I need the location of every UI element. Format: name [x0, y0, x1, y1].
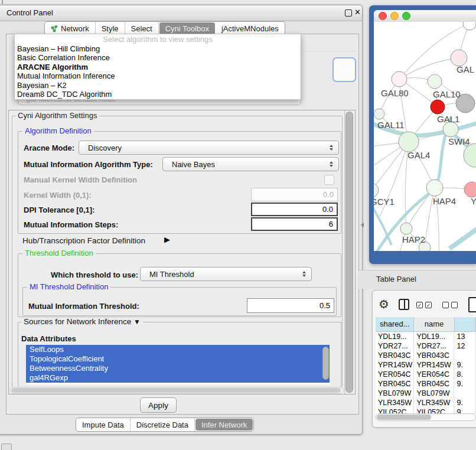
columns-icon[interactable] — [399, 299, 409, 310]
network-node-hap2[interactable] — [400, 223, 412, 234]
node-label: GAL — [457, 64, 474, 74]
algorithm-option[interactable]: ARACNE Algorithm — [15, 63, 301, 71]
network-edge[interactable] — [399, 58, 459, 79]
table-cell[interactable]: YBR045C — [376, 379, 414, 389]
hub-section-label[interactable]: Hub/Transcription Factor Definition — [22, 236, 145, 245]
tab-infer-network[interactable]: Infer Network — [195, 419, 253, 431]
zoom-window-button[interactable] — [402, 12, 410, 20]
network-edge[interactable] — [449, 227, 476, 249]
float-panel-icon[interactable] — [345, 9, 352, 17]
aracne-mode-combo[interactable]: Discovery — [79, 141, 339, 155]
table-cell[interactable] — [454, 389, 476, 398]
attributes-list-scrollbar-thumb[interactable] — [322, 347, 329, 380]
column-header-name[interactable]: name — [414, 317, 454, 332]
hidden-combo-focus-fragment[interactable] — [332, 57, 356, 82]
table-row: YIL052CYIL052C9. — [376, 407, 476, 413]
table-cell[interactable]: YLR345W — [376, 398, 414, 407]
close-panel-icon[interactable]: ✕ — [354, 8, 361, 17]
table-cell[interactable]: YDR27... — [376, 341, 414, 351]
settings-vscrollbar-thumb[interactable] — [345, 112, 353, 393]
combo-arrows-icon — [330, 145, 333, 151]
manual-kernel-checkbox[interactable] — [324, 175, 334, 185]
column-header-cut[interactable] — [455, 317, 476, 332]
tab-impute-data[interactable]: Impute Data — [76, 418, 131, 431]
table-cell[interactable]: YDL19... — [414, 332, 454, 341]
table-cell[interactable]: YDR27... — [414, 341, 454, 351]
split-divider-arrow-icon[interactable] — [361, 223, 364, 227]
export-table-icon[interactable] — [468, 297, 476, 312]
tab-discretize-data[interactable]: Discretize Data — [131, 418, 195, 431]
algorithm-option[interactable]: Bayesian – K2 — [15, 81, 301, 90]
control-panel-titlebar: Control Panel ✕ — [0, 5, 362, 21]
table-cell[interactable] — [454, 351, 476, 360]
network-node[interactable] — [464, 144, 476, 167]
mi-type-combo[interactable]: Naive Bayes — [162, 157, 339, 171]
table-panel-title: Table Panel — [376, 275, 416, 283]
network-node-gal80[interactable] — [392, 71, 407, 87]
algorithm-option[interactable]: Dream8 DC_TDC Algorithm — [15, 90, 301, 99]
table-cell[interactable]: 9. — [454, 407, 476, 413]
which-threshold-combo[interactable]: MI Threshold — [140, 267, 312, 281]
expand-right-icon[interactable]: ▶ — [164, 235, 170, 244]
network-window-titlebar[interactable] — [374, 10, 476, 22]
aracne-mode-value: Discovery — [88, 144, 122, 152]
node-label: GAL1 — [437, 114, 459, 124]
mi-threshold-field[interactable]: 0.5 — [247, 298, 334, 313]
network-node-y[interactable] — [464, 182, 476, 197]
attribute-item[interactable]: BetweennessCentrality — [26, 364, 330, 373]
table-cell[interactable]: YBR043C — [414, 351, 454, 360]
minimize-window-button[interactable] — [390, 12, 399, 20]
table-cell[interactable]: 12 — [454, 341, 476, 351]
attribute-item[interactable]: SelfLoops — [26, 345, 330, 354]
algorithm-option[interactable]: Bayesian – Hill Climbing — [15, 44, 301, 53]
algorithm-option[interactable]: Basic Correlation Inference — [15, 53, 301, 62]
network-canvas[interactable]: GALGAL80GAL10GAL1SWI4GAL11GAL4GCY1HAP4YH… — [374, 22, 476, 251]
network-node-gal1[interactable] — [431, 100, 445, 114]
apply-button[interactable]: Apply — [140, 397, 177, 413]
table-cell[interactable]: YIL052C — [414, 407, 454, 413]
table-cell[interactable]: YPR145W — [376, 360, 414, 370]
tab-cyni-toolbox[interactable]: Cyni Toolbox — [159, 22, 215, 35]
table-cell[interactable]: YBR043C — [376, 351, 414, 360]
table-cell[interactable]: YBL079W — [414, 389, 454, 398]
algorithm-option[interactable]: Mutual Information Inference — [15, 71, 301, 80]
table-cell[interactable]: YDL19... — [376, 332, 414, 341]
table-cell[interactable]: YER054C — [414, 370, 454, 379]
grip-icon[interactable] — [1, 444, 12, 450]
combo-arrows-icon — [330, 161, 333, 167]
gear-icon[interactable]: ⚙ — [379, 297, 392, 311]
table-cell[interactable]: YBR045C — [414, 379, 454, 389]
attribute-item[interactable]: TopologicalCoefficient — [26, 354, 330, 364]
table-cell[interactable]: 13 — [454, 332, 476, 341]
table-row: YBR045CYBR045C9. — [376, 379, 476, 389]
table-cell[interactable]: YLR345W — [414, 398, 454, 407]
close-window-button[interactable] — [379, 12, 387, 20]
table-cell[interactable]: 9. — [454, 360, 476, 370]
table-cell[interactable]: 8. — [454, 370, 476, 379]
sources-group-title[interactable]: Sources for Network Inference ▼ — [21, 318, 143, 326]
settings-hscrollbar-thumb[interactable] — [11, 388, 341, 393]
table-cell[interactable]: YER054C — [376, 370, 414, 379]
collapse-down-icon: ▼ — [133, 318, 141, 326]
table-cell[interactable]: YIL052C — [376, 407, 414, 413]
network-node-gcy1[interactable] — [374, 183, 379, 197]
select-all-checkboxes-icon[interactable]: ✓✓ — [416, 302, 434, 308]
table-cell[interactable]: YBL079W — [376, 389, 414, 398]
attribute-item[interactable]: gal4RGexp — [26, 373, 330, 383]
network-node-gal10[interactable] — [428, 74, 442, 89]
network-node-hap4[interactable] — [426, 180, 443, 196]
network-node-gal11[interactable] — [374, 109, 384, 119]
mi-steps-field[interactable]: 6 — [251, 217, 338, 231]
dpi-tolerance-field[interactable]: 0.0 — [251, 203, 338, 216]
table-cell[interactable]: YPR145W — [414, 360, 454, 370]
kernel-width-field[interactable]: 0.0 — [251, 188, 338, 201]
table-cell[interactable]: 9. — [454, 379, 476, 389]
column-header-shared[interactable]: shared... — [376, 317, 414, 332]
network-node-gal[interactable] — [451, 50, 467, 66]
which-threshold-value: MI Threshold — [149, 270, 194, 279]
table-hscrollbar-thumb[interactable] — [377, 415, 431, 420]
network-node[interactable] — [463, 22, 476, 30]
deselect-all-checkboxes-icon[interactable] — [442, 302, 460, 308]
table-cell[interactable]: 9. — [454, 398, 476, 407]
network-node-gal4[interactable] — [399, 132, 419, 152]
